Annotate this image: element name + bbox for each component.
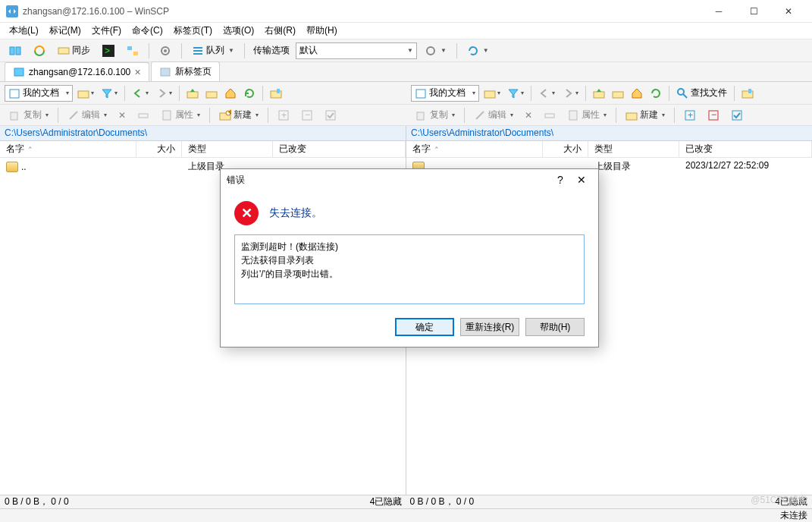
modal-overlay: 错误 ? ✕ ✕ 失去连接。 监测到超时！(数据连接) 无法获得目录列表 列出'… [0,0,812,522]
ok-button[interactable]: 确定 [395,318,454,336]
reconnect-button[interactable]: 重新连接(R) [460,318,519,336]
dialog-close-icon[interactable]: ✕ [571,174,592,186]
help-button[interactable]: 帮助(H) [525,318,585,336]
dialog-help-icon[interactable]: ? [550,174,571,186]
error-icon: ✕ [234,201,259,225]
dialog-title: 错误 [227,174,550,187]
dialog-message[interactable]: 监测到超时！(数据连接) 无法获得目录列表 列出'/'的目录项时出错。 [234,234,585,304]
error-dialog: 错误 ? ✕ ✕ 失去连接。 监测到超时！(数据连接) 无法获得目录列表 列出'… [220,168,599,347]
dialog-heading: 失去连接。 [269,206,322,220]
